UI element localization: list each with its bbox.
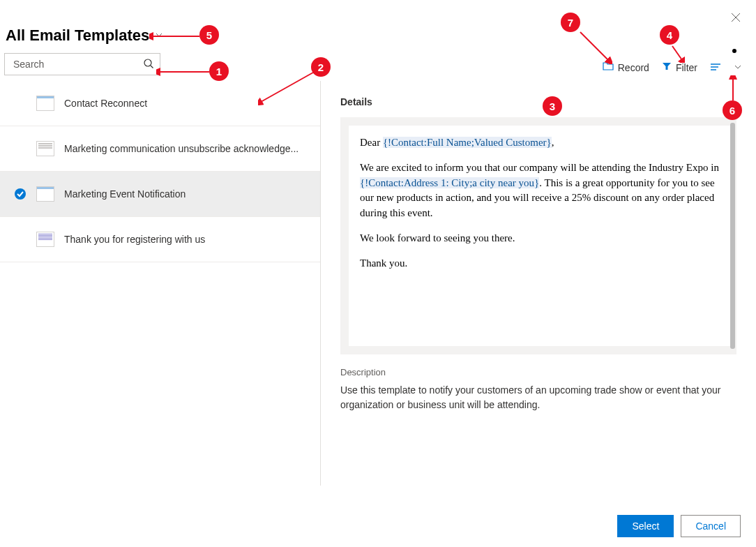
record-label: Record <box>618 62 649 73</box>
filter-icon <box>662 61 672 73</box>
filter-label: Filter <box>676 62 697 73</box>
check-indicator <box>14 142 27 155</box>
preview-text: We are excited to inform you that our co… <box>360 162 719 173</box>
list-icon[interactable] <box>710 62 721 73</box>
preview-text: Thank you. <box>360 256 720 271</box>
list-label: Contact Reconnect <box>64 98 147 109</box>
cancel-button[interactable]: Cancel <box>681 515 741 537</box>
callout-7: 7 <box>561 13 580 32</box>
callout-2: 2 <box>311 57 331 77</box>
chevron-down-icon[interactable] <box>734 62 742 73</box>
callout-6: 6 <box>723 100 742 120</box>
template-thumb-icon <box>36 141 54 156</box>
filter-button[interactable]: Filter <box>662 61 697 73</box>
chevron-down-icon[interactable] <box>155 30 163 41</box>
template-thumb-icon <box>36 96 54 111</box>
template-thumb-icon <box>36 232 54 247</box>
list-item[interactable]: Marketing communication unsubscribe ackn… <box>0 126 320 172</box>
details-heading: Details <box>340 96 736 107</box>
template-list: Contact Reconnect Marketing communicatio… <box>0 81 321 486</box>
scrollbar[interactable] <box>730 123 735 349</box>
preview-text: We look forward to seeing you there. <box>360 231 720 246</box>
preview-text: Dear <box>360 137 383 148</box>
list-item[interactable]: Contact Reconnect <box>0 81 320 126</box>
select-button[interactable]: Select <box>617 515 674 537</box>
check-icon <box>14 188 27 200</box>
merge-token: {!Contact:Full Name;Valued Customer} <box>383 137 552 148</box>
callout-1: 1 <box>209 61 229 81</box>
list-label: Thank you for registering with us <box>64 234 205 245</box>
check-indicator <box>14 97 27 110</box>
page-title: All Email Templates <box>6 27 149 45</box>
search-icon[interactable] <box>143 58 154 71</box>
list-label: Marketing Event Notification <box>64 188 186 200</box>
svg-point-4 <box>15 188 26 200</box>
template-thumb-icon <box>36 186 54 202</box>
merge-token: {!Contact:Address 1: City;a city near yo… <box>360 177 539 188</box>
search-box[interactable] <box>4 53 160 75</box>
svg-point-0 <box>144 59 151 66</box>
svg-line-7 <box>672 46 682 60</box>
list-item[interactable]: Thank you for registering with us <box>0 217 320 262</box>
description-label: Description <box>340 367 736 377</box>
notification-dot <box>732 49 736 53</box>
search-input[interactable] <box>13 59 143 70</box>
callout-5: 5 <box>199 25 219 45</box>
preview-text: , <box>552 137 554 148</box>
record-button[interactable]: Record <box>603 61 649 73</box>
callout-4: 4 <box>660 25 679 45</box>
close-button[interactable] <box>731 13 741 25</box>
list-label: Marketing communication unsubscribe ackn… <box>64 143 298 154</box>
callout-3: 3 <box>543 96 562 116</box>
description-text: Use this template to notify your custome… <box>340 383 736 412</box>
check-indicator <box>14 233 27 246</box>
folder-icon <box>603 61 614 73</box>
list-item[interactable]: Marketing Event Notification <box>0 172 320 217</box>
preview-container: Dear {!Contact:Full Name;Valued Customer… <box>340 117 736 354</box>
template-preview: Dear {!Contact:Full Name;Valued Customer… <box>349 126 731 346</box>
